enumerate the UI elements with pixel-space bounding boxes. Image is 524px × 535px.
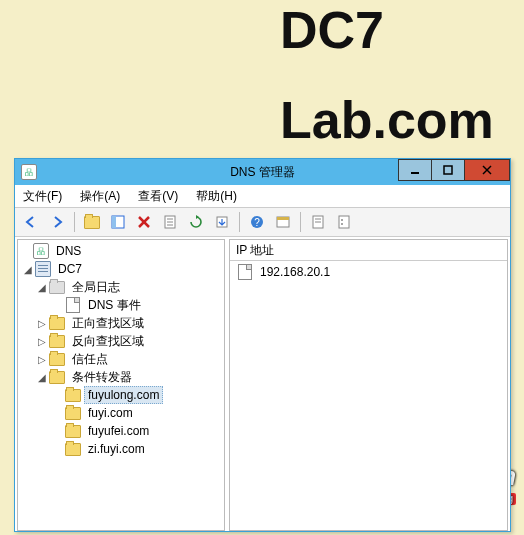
tree-cf-fuyufei[interactable]: fuyufei.com [18, 422, 224, 440]
maximize-button[interactable] [431, 159, 465, 181]
svg-point-22 [341, 223, 343, 225]
tree-label: zi.fuyi.com [84, 440, 149, 458]
minimize-button[interactable] [398, 159, 432, 181]
list-item-label: 192.168.20.1 [260, 265, 330, 279]
twisty-open-icon[interactable]: ◢ [36, 371, 48, 383]
twisty-closed-icon[interactable]: ▷ [36, 353, 48, 365]
folder-icon [49, 315, 65, 331]
tree-label: fuyulong.com [84, 386, 163, 404]
tree-label: 条件转发器 [68, 367, 136, 388]
twisty-closed-icon[interactable]: ▷ [36, 335, 48, 347]
tree-dns-events[interactable]: DNS 事件 [18, 296, 224, 314]
tree-reverse-zone[interactable]: ▷ 反向查找区域 [18, 332, 224, 350]
tree-label: fuyi.com [84, 404, 137, 422]
folder-icon [65, 387, 81, 403]
menubar: 文件(F) 操作(A) 查看(V) 帮助(H) [15, 185, 510, 208]
tree-cf-zi-fuyi[interactable]: zi.fuyi.com [18, 440, 224, 458]
menu-file[interactable]: 文件(F) [19, 186, 66, 207]
delete-button[interactable] [132, 210, 156, 234]
toolbar: ? [15, 208, 510, 237]
titlebar[interactable]: 品 DNS 管理器 [15, 159, 510, 185]
folder-icon [65, 441, 81, 457]
svg-rect-1 [444, 166, 452, 174]
dns-icon: 品 [33, 243, 49, 259]
svg-rect-20 [339, 216, 349, 228]
folder-icon [65, 405, 81, 421]
help-button[interactable]: ? [245, 210, 269, 234]
server-icon [35, 261, 51, 277]
tree-label: DNS [52, 242, 85, 260]
svg-point-21 [341, 219, 343, 221]
svg-rect-16 [277, 217, 289, 220]
tree-forward-zone[interactable]: ▷ 正向查找区域 [18, 314, 224, 332]
properties-button[interactable] [158, 210, 182, 234]
list-body: 192.168.20.1 [230, 261, 507, 530]
folder-icon [49, 333, 65, 349]
twisty-icon[interactable] [20, 245, 32, 257]
tree-server-dc7[interactable]: ◢ DC7 [18, 260, 224, 278]
options-button[interactable] [332, 210, 356, 234]
twisty-closed-icon[interactable]: ▷ [36, 317, 48, 329]
folder-icon [49, 279, 65, 295]
folder-icon [65, 423, 81, 439]
svg-text:?: ? [254, 217, 260, 228]
svg-rect-0 [411, 172, 419, 174]
tree-conditional-forwarders[interactable]: ◢ 条件转发器 [18, 368, 224, 386]
folder-icon [49, 369, 65, 385]
export-button[interactable] [210, 210, 234, 234]
refresh-button[interactable] [184, 210, 208, 234]
close-button[interactable] [464, 159, 510, 181]
menu-help[interactable]: 帮助(H) [192, 186, 241, 207]
tree-cf-fuyi[interactable]: fuyi.com [18, 404, 224, 422]
tree-cf-fuyulong[interactable]: fuyulong.com [18, 386, 224, 404]
dns-manager-window: 品 DNS 管理器 文件(F) 操作(A) 查看(V) 帮助(H) ? [14, 158, 511, 532]
page-icon [65, 297, 81, 313]
page-icon [237, 264, 253, 280]
tree-pane[interactable]: 品 DNS ◢ DC7 ◢ 全局日志 D [17, 239, 225, 531]
menu-view[interactable]: 查看(V) [134, 186, 182, 207]
tree-global-log[interactable]: ◢ 全局日志 [18, 278, 224, 296]
new-zone-button[interactable] [271, 210, 295, 234]
tree-root-dns[interactable]: 品 DNS [18, 242, 224, 260]
tree-label: DC7 [54, 260, 86, 278]
forward-button[interactable] [45, 210, 69, 234]
svg-rect-5 [112, 216, 116, 228]
up-button[interactable] [80, 210, 104, 234]
list-header-ip[interactable]: IP 地址 [230, 240, 507, 261]
menu-action[interactable]: 操作(A) [76, 186, 124, 207]
tree-label: fuyufei.com [84, 422, 153, 440]
twisty-open-icon[interactable]: ◢ [22, 263, 34, 275]
list-item[interactable]: 192.168.20.1 [234, 263, 503, 281]
content-area: 品 DNS ◢ DC7 ◢ 全局日志 D [15, 237, 510, 533]
list-pane[interactable]: IP 地址 192.168.20.1 [229, 239, 508, 531]
background-label-dc7: DC7 [280, 0, 384, 60]
folder-icon [49, 351, 65, 367]
tree-trust-points[interactable]: ▷ 信任点 [18, 350, 224, 368]
show-hide-tree-button[interactable] [106, 210, 130, 234]
twisty-open-icon[interactable]: ◢ [36, 281, 48, 293]
filter-button[interactable] [306, 210, 330, 234]
back-button[interactable] [19, 210, 43, 234]
background-label-domain: Lab.com [280, 90, 494, 150]
